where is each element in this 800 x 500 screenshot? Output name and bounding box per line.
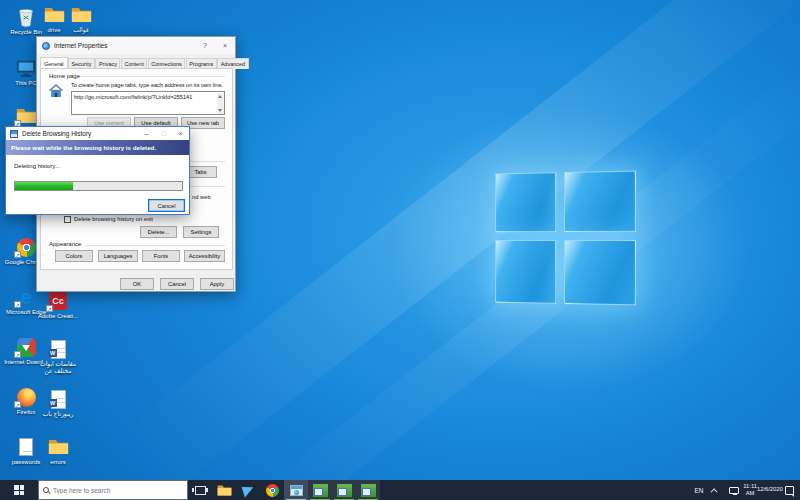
shortcut-arrow-icon xyxy=(14,351,21,358)
cancel-button[interactable]: Cancel xyxy=(148,199,185,212)
this-pc-icon xyxy=(14,57,38,79)
delete-dialog-icon xyxy=(10,130,18,138)
internet-properties-window-icon xyxy=(290,485,303,496)
delete-button[interactable]: Delete... xyxy=(140,226,177,238)
tray-time: 11:11 AM xyxy=(743,483,757,497)
status-text: Deleting history... xyxy=(14,163,60,169)
group-separator xyxy=(79,76,225,77)
windows-logo-pane xyxy=(564,171,636,232)
desktop-icon-label: This PC xyxy=(15,80,36,87)
action-center-icon[interactable] xyxy=(785,486,794,495)
green-app-window-2[interactable] xyxy=(332,480,356,500)
home-page-url-textarea[interactable]: http://go.microsoft.com/fwlink/p/?LinkId… xyxy=(71,91,225,115)
cancel-button[interactable]: Cancel xyxy=(160,278,194,290)
windows-start-icon xyxy=(14,485,24,495)
textarea-scrollbar[interactable] xyxy=(217,93,224,114)
folder-icon xyxy=(46,436,70,458)
appearance-group-label: Appearance xyxy=(47,241,83,247)
tray-date: 12/6/2020 xyxy=(757,486,783,493)
word-document-icon xyxy=(46,338,70,360)
chrome-taskbar-button[interactable] xyxy=(260,480,284,500)
progress-banner: Please wait while the browsing history i… xyxy=(6,140,189,155)
shortcut-arrow-icon xyxy=(46,305,53,312)
chrome-icon xyxy=(266,484,279,497)
network-icon[interactable] xyxy=(729,487,739,494)
green-window-icon xyxy=(361,484,376,497)
folder-icon xyxy=(69,4,93,26)
dialog-title: Internet Properties xyxy=(54,42,195,49)
maximize-icon: □ xyxy=(155,128,172,140)
desktop-icon-errors-folder[interactable]: errors xyxy=(35,436,81,466)
paper-plane-icon xyxy=(241,483,255,497)
progress-bar xyxy=(14,181,183,191)
file-explorer-button[interactable] xyxy=(212,480,236,500)
home-page-instruction: To create home page tabs, type each addr… xyxy=(71,82,229,88)
scroll-up-icon[interactable] xyxy=(218,93,222,98)
shortcut-arrow-icon xyxy=(14,301,21,308)
desktop-icon-label: Firefox xyxy=(17,409,35,416)
desktop-icon-arabic-folder[interactable]: قوالب xyxy=(58,4,104,34)
shortcut-arrow-icon xyxy=(14,251,21,258)
languages-button[interactable]: Languages xyxy=(98,250,138,262)
green-window-icon xyxy=(313,484,328,497)
house-icon xyxy=(48,84,64,102)
colors-button[interactable]: Colors xyxy=(55,250,93,262)
file-explorer-icon xyxy=(217,484,232,497)
chrome-icon xyxy=(14,236,38,258)
delete-dialog-titlebar: Delete Browsing History – □ × xyxy=(6,127,189,140)
desktop-icon-word-document-2[interactable]: ريبورتاج باب xyxy=(35,388,81,418)
green-window-icon xyxy=(337,484,352,497)
mail-app-button[interactable] xyxy=(236,480,260,500)
taskbar-clock[interactable]: 11:11 AM 12/6/2020 xyxy=(745,480,781,500)
home-page-group-label: Home page xyxy=(47,73,82,79)
minimize-icon[interactable]: – xyxy=(138,128,155,140)
group-separator xyxy=(85,245,225,246)
desktop-icon-label: ريبورتاج باب xyxy=(43,411,74,418)
shortcut-arrow-icon xyxy=(14,401,21,408)
accessibility-button[interactable]: Accessibility xyxy=(184,250,225,262)
green-app-window-1[interactable] xyxy=(308,480,332,500)
settings-button[interactable]: Settings xyxy=(183,226,219,238)
desktop-icon-label: مقاسات ابواب مختلف عن xyxy=(35,361,81,375)
delete-browsing-history-dialog: Delete Browsing History – □ × Please wai… xyxy=(5,126,190,215)
internet-properties-taskbar-button[interactable] xyxy=(284,480,308,500)
language-indicator[interactable]: EN xyxy=(690,480,708,500)
desktop-icon-label: errors xyxy=(50,459,66,466)
fonts-button[interactable]: Fonts xyxy=(142,250,180,262)
task-view-button[interactable] xyxy=(188,480,212,500)
help-button[interactable]: ? xyxy=(195,38,215,54)
show-hidden-icons-chevron[interactable] xyxy=(711,488,718,495)
desktop: Recycle Bin drive قوالب This PC Google C… xyxy=(0,0,800,500)
system-tray: EN 11:11 AM 12/6/2020 xyxy=(690,480,800,500)
taskbar-search[interactable] xyxy=(38,480,188,500)
desktop-icon-adobe-creative-cloud[interactable]: Cc Adobe Creati... xyxy=(35,290,81,320)
search-icon xyxy=(43,487,49,493)
desktop-icon-word-document-1[interactable]: مقاسات ابواب مختلف عن xyxy=(35,338,81,375)
ok-button[interactable]: OK xyxy=(120,278,154,290)
desktop-icon-label: قوالب xyxy=(73,27,88,34)
close-icon[interactable]: × xyxy=(172,128,189,140)
internet-properties-icon xyxy=(42,42,50,50)
windows-logo-pane xyxy=(564,240,636,305)
green-app-window-3[interactable] xyxy=(356,480,380,500)
delete-on-exit-label: Delete browsing history on exit xyxy=(74,216,153,222)
scroll-down-icon[interactable] xyxy=(218,109,222,114)
windows-logo xyxy=(495,170,640,309)
apply-button[interactable]: Apply xyxy=(200,278,234,290)
browsing-history-text-fragment: nd web xyxy=(192,194,211,200)
taskbar-empty-space xyxy=(380,480,690,500)
search-input[interactable] xyxy=(53,487,173,494)
word-document-icon xyxy=(46,388,70,410)
windows-logo-pane xyxy=(495,172,556,232)
home-page-url: http://go.microsoft.com/fwlink/p/?LinkId… xyxy=(74,94,192,100)
progress-bar-fill xyxy=(15,182,73,190)
start-button[interactable] xyxy=(0,480,38,500)
close-icon[interactable]: × xyxy=(215,38,235,54)
folder-icon xyxy=(14,105,38,127)
delete-on-exit-checkbox[interactable] xyxy=(64,216,71,223)
dialog-title: Delete Browsing History xyxy=(22,130,138,137)
adobe-icon: Cc xyxy=(46,290,70,312)
desktop-icon-label: Adobe Creati... xyxy=(38,313,78,320)
windows-logo-pane xyxy=(495,240,556,304)
task-view-icon xyxy=(195,486,206,495)
